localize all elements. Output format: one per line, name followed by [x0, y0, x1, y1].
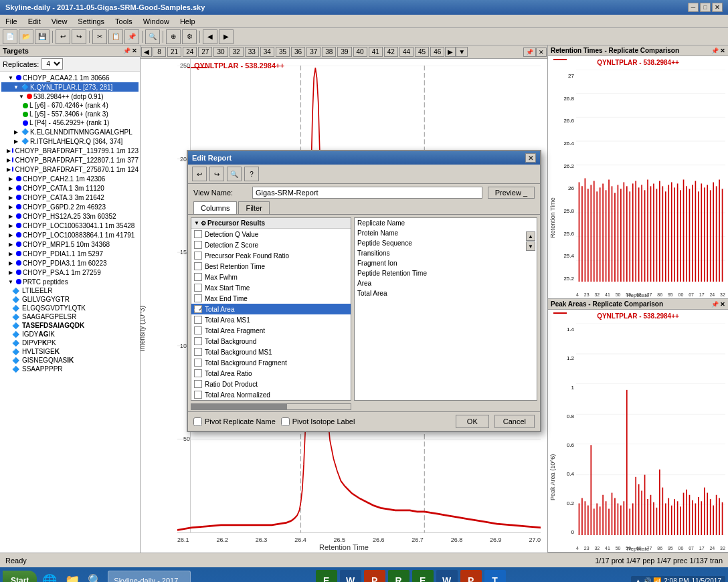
col-item-best-retention[interactable]: Best Retention Time — [191, 261, 351, 272]
modal-cancel-button[interactable]: Cancel — [494, 415, 535, 428]
group-header-label: Precursor Results — [207, 219, 265, 227]
selected-col-area[interactable]: Area — [355, 278, 537, 288]
col-item-max-start[interactable]: Max Start Time — [191, 282, 351, 293]
selected-col-total-area[interactable]: Total Area — [355, 288, 537, 298]
col-item-total-area[interactable]: ✓ Total Area — [191, 304, 351, 314]
col-check-detection-z[interactable] — [194, 241, 202, 249]
selected-col-label-protein: Protein Name — [357, 229, 398, 237]
modal-ok-button[interactable]: OK — [456, 415, 489, 428]
view-name-label: View Name: — [193, 189, 247, 197]
selected-col-label-pep-ret: Peptide Retention Time — [357, 270, 427, 277]
left-pane-scroll-thumb — [191, 404, 287, 409]
col-item-precursor-peak[interactable]: Precursor Peak Found Ratio — [191, 250, 351, 261]
modal-redo-button[interactable]: ↪ — [209, 167, 224, 181]
edit-report-modal: Edit Report ✕ ↩ ↪ 🔍 ? View Name: Preview… — [187, 150, 541, 432]
selected-col-peptide-seq[interactable]: Peptide Sequence — [355, 238, 537, 248]
modal-tab-columns[interactable]: Columns — [193, 201, 237, 214]
left-pane-scrollbar[interactable] — [191, 403, 351, 410]
col-label-total-bg-ms1: Total Background MS1 — [205, 349, 272, 356]
right-pane-scroll-down[interactable]: ▼ — [526, 241, 535, 251]
modal-bottom: Pivot Replicate Name Pivot Isotope Label… — [188, 411, 540, 431]
col-check-best-retention[interactable] — [194, 262, 202, 270]
pivot-isotope-checkbox[interactable] — [281, 417, 290, 426]
col-label-max-fwhm: Max Fwhm — [205, 274, 238, 281]
col-item-total-area-frag[interactable]: Total Area Fragment — [191, 325, 351, 336]
modal-help-button[interactable]: ? — [244, 167, 259, 181]
view-name-row: View Name: Preview _ — [188, 184, 540, 201]
col-label-total-bg-frag: Total Background Fragment — [205, 359, 287, 367]
precursor-results-group-header: ▼ ⚙ Precursor Results — [191, 218, 351, 229]
col-label-total-area-ms1: Total Area MS1 — [205, 316, 250, 324]
modal-toolbar: ↩ ↪ 🔍 ? — [188, 165, 540, 184]
selected-col-replicate-name[interactable]: Replicate Name — [355, 218, 537, 228]
col-label-best-retention: Best Retention Time — [205, 263, 265, 270]
col-check-max-start[interactable] — [194, 284, 202, 292]
pivot-isotope-row: Pivot Isotope Label — [281, 417, 355, 426]
pivot-replicate-row: Pivot Replicate Name — [193, 417, 276, 426]
col-label-precursor-peak: Precursor Peak Found Ratio — [205, 252, 289, 260]
selected-col-label-fragment: Fragment Ion — [357, 260, 397, 267]
selected-col-label-replicate: Replicate Name — [357, 219, 405, 227]
modal-title-bar: Edit Report ✕ — [188, 151, 540, 165]
col-check-total-area[interactable]: ✓ — [194, 305, 202, 313]
selected-col-pep-ret-time[interactable]: Peptide Retention Time — [355, 268, 537, 278]
col-item-total-area-ratio[interactable]: Total Area Ratio — [191, 368, 351, 379]
col-item-total-area-norm[interactable]: Total Area Normalized — [191, 389, 351, 400]
col-label-max-end: Max End Time — [205, 295, 248, 302]
right-pane-scroll-up[interactable]: ▲ — [526, 231, 535, 241]
col-item-total-area-ms1[interactable]: Total Area MS1 — [191, 314, 351, 325]
col-check-total-bg[interactable] — [194, 337, 202, 345]
view-name-input[interactable] — [252, 187, 482, 199]
modal-search-button[interactable]: 🔍 — [227, 167, 242, 181]
selected-col-label-area: Area — [357, 280, 371, 287]
right-pane-scroll-controls: ▲ ▼ — [526, 231, 535, 251]
col-check-total-area-ratio[interactable] — [194, 369, 202, 377]
col-label-total-area-ratio: Total Area Ratio — [205, 370, 252, 377]
selected-col-transitions[interactable]: Transitions — [355, 248, 537, 258]
selected-col-protein-name[interactable]: Protein Name — [355, 228, 537, 238]
pivot-replicate-checkbox[interactable] — [193, 417, 202, 426]
col-item-max-fwhm[interactable]: Max Fwhm — [191, 272, 351, 282]
col-check-max-end[interactable] — [194, 294, 202, 302]
col-item-total-bg-ms1[interactable]: Total Background MS1 — [191, 347, 351, 357]
col-check-max-fwhm[interactable] — [194, 273, 202, 281]
col-label-total-area-frag: Total Area Fragment — [205, 327, 265, 334]
col-item-total-bg-frag[interactable]: Total Background Fragment — [191, 357, 351, 368]
col-check-precursor-peak[interactable] — [194, 252, 202, 260]
group-header-icon: ⚙ — [201, 220, 206, 227]
col-check-total-area-norm[interactable] — [194, 391, 202, 399]
col-item-ratio-dot[interactable]: Ratio Dot Product — [191, 379, 351, 389]
col-check-ratio-dot[interactable] — [194, 380, 202, 388]
col-check-total-bg-ms1[interactable] — [194, 348, 202, 356]
modal-scroll-row — [188, 403, 540, 411]
modal-overlay: Edit Report ✕ ↩ ↪ 🔍 ? View Name: Preview… — [0, 0, 728, 582]
col-label-max-start: Max Start Time — [205, 284, 250, 292]
modal-tab-filter[interactable]: Filter — [238, 201, 269, 214]
col-label-detection-z: Detection Z Score — [205, 241, 258, 249]
col-check-detection-q[interactable] — [194, 230, 202, 238]
modal-content: ▼ ⚙ Precursor Results Detection Q Value … — [188, 215, 540, 403]
col-item-max-end[interactable]: Max End Time — [191, 293, 351, 304]
selected-col-label-transitions: Transitions — [357, 250, 390, 257]
col-check-total-bg-frag[interactable] — [194, 359, 202, 367]
col-label-total-bg: Total Background — [205, 338, 256, 345]
preview-button[interactable]: Preview _ — [488, 187, 535, 199]
col-label-total-area-norm: Total Area Normalized — [205, 391, 270, 399]
modal-left-pane: ▼ ⚙ Precursor Results Detection Q Value … — [191, 217, 351, 401]
modal-right-pane: ▲ ▼ Replicate Name Protein Name Peptide … — [354, 217, 537, 401]
pivot-replicate-label: Pivot Replicate Name — [205, 417, 276, 425]
selected-col-fragment-ion[interactable]: Fragment Ion — [355, 258, 537, 268]
modal-undo-button[interactable]: ↩ — [192, 167, 207, 181]
col-label-ratio-dot: Ratio Dot Product — [205, 381, 258, 388]
col-label-detection-q: Detection Q Value — [205, 231, 258, 238]
modal-title: Edit Report — [192, 154, 232, 162]
col-item-detection-q[interactable]: Detection Q Value — [191, 229, 351, 239]
col-item-total-bg[interactable]: Total Background — [191, 336, 351, 347]
modal-close-button[interactable]: ✕ — [525, 153, 536, 163]
col-check-total-area-ms1[interactable] — [194, 316, 202, 324]
col-check-total-area-frag[interactable] — [194, 326, 202, 334]
selected-col-label-peptide: Peptide Sequence — [357, 239, 412, 247]
modal-tabs: Columns Filter — [188, 201, 540, 215]
col-item-detection-z[interactable]: Detection Z Score — [191, 239, 351, 250]
group-expand-arrow[interactable]: ▼ — [194, 220, 199, 226]
